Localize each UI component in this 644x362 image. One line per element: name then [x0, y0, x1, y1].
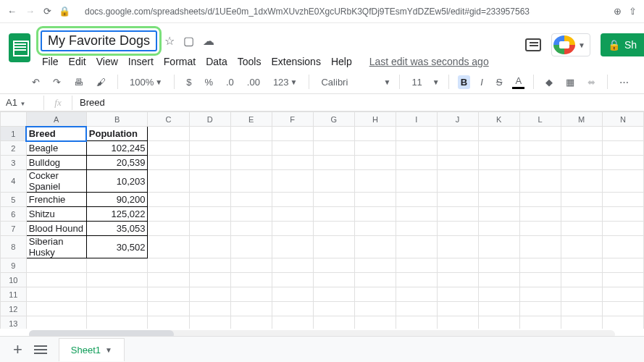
more-toolbar-icon[interactable]: ⋯: [616, 75, 632, 89]
borders-button[interactable]: ▦: [563, 75, 577, 89]
col-header[interactable]: B: [86, 112, 148, 127]
cell[interactable]: [519, 302, 561, 316]
cell[interactable]: [602, 127, 643, 141]
star-icon[interactable]: ☆: [164, 34, 175, 48]
cell[interactable]: [519, 141, 561, 156]
sheet-tab[interactable]: Sheet1 ▼: [59, 338, 125, 361]
cell[interactable]: [230, 236, 272, 258]
cell[interactable]: [437, 193, 478, 207]
cell[interactable]: [561, 222, 602, 236]
cell[interactable]: [148, 302, 189, 316]
formula-input[interactable]: Breed: [72, 96, 112, 109]
strikethrough-button[interactable]: S: [493, 75, 506, 89]
cell[interactable]: [189, 236, 230, 258]
cell[interactable]: [230, 170, 272, 193]
row-header[interactable]: 13: [1, 316, 27, 329]
row-header[interactable]: 7: [1, 222, 27, 236]
cell[interactable]: [26, 287, 86, 302]
cell[interactable]: [148, 127, 189, 141]
cell[interactable]: [313, 236, 354, 258]
cell[interactable]: [396, 170, 438, 193]
cell[interactable]: [561, 127, 602, 141]
cell[interactable]: [561, 156, 602, 170]
cell[interactable]: [26, 316, 86, 329]
cell[interactable]: Cocker Spaniel: [26, 170, 86, 193]
cell[interactable]: [272, 141, 313, 156]
menu-data[interactable]: Data: [206, 56, 227, 67]
cell[interactable]: [396, 141, 438, 156]
font-family-select[interactable]: Calibri: [318, 75, 376, 89]
last-edit-link[interactable]: Last edit was seconds ago: [369, 56, 489, 67]
cell[interactable]: [478, 127, 519, 141]
cell[interactable]: [602, 222, 643, 236]
cell[interactable]: [478, 316, 519, 329]
cell[interactable]: [354, 127, 396, 141]
row-header[interactable]: 9: [1, 258, 27, 273]
cell[interactable]: 35,053: [86, 222, 148, 236]
cell[interactable]: [396, 156, 438, 170]
cell[interactable]: [272, 287, 313, 302]
cell[interactable]: [272, 302, 313, 316]
cell[interactable]: [26, 258, 86, 273]
print-icon[interactable]: 🖶: [71, 75, 86, 89]
cell[interactable]: [519, 156, 561, 170]
row-header[interactable]: 12: [1, 302, 27, 316]
cell[interactable]: [561, 316, 602, 329]
cell[interactable]: [519, 170, 561, 193]
cell[interactable]: [396, 207, 438, 222]
cell[interactable]: [478, 170, 519, 193]
cell[interactable]: [189, 156, 230, 170]
col-header[interactable]: J: [437, 112, 478, 127]
cell[interactable]: [230, 193, 272, 207]
cell[interactable]: [26, 273, 86, 287]
col-header[interactable]: D: [189, 112, 230, 127]
cell[interactable]: [354, 141, 396, 156]
cell[interactable]: [148, 170, 189, 193]
cell[interactable]: [561, 141, 602, 156]
col-header[interactable]: A: [26, 112, 86, 127]
cell[interactable]: [272, 316, 313, 329]
cell[interactable]: [354, 193, 396, 207]
cell[interactable]: [313, 193, 354, 207]
cell[interactable]: [519, 207, 561, 222]
row-header[interactable]: 11: [1, 287, 27, 302]
select-all-corner[interactable]: [1, 112, 27, 127]
cell[interactable]: [230, 222, 272, 236]
cell[interactable]: [272, 127, 313, 141]
cell[interactable]: [148, 156, 189, 170]
fill-color-button[interactable]: ◆: [543, 75, 556, 89]
cell[interactable]: [561, 170, 602, 193]
cell[interactable]: [602, 236, 643, 258]
cell[interactable]: [561, 273, 602, 287]
cell[interactable]: [86, 258, 148, 273]
cell[interactable]: [396, 222, 438, 236]
cell[interactable]: [230, 287, 272, 302]
cell[interactable]: [396, 273, 438, 287]
cell[interactable]: Bulldog: [26, 156, 86, 170]
cell[interactable]: [230, 258, 272, 273]
cell[interactable]: [519, 258, 561, 273]
forward-icon[interactable]: →: [25, 6, 35, 17]
col-header[interactable]: H: [354, 112, 396, 127]
cell[interactable]: [561, 207, 602, 222]
cell[interactable]: [519, 287, 561, 302]
cell[interactable]: [272, 156, 313, 170]
menu-extensions[interactable]: Extensions: [271, 56, 320, 67]
cell[interactable]: [148, 207, 189, 222]
cell[interactable]: [437, 156, 478, 170]
menu-tools[interactable]: Tools: [238, 56, 262, 67]
cell[interactable]: [602, 316, 643, 329]
cell[interactable]: [148, 287, 189, 302]
font-size-select[interactable]: 11: [409, 75, 425, 89]
cell[interactable]: [437, 127, 478, 141]
col-header[interactable]: M: [561, 112, 602, 127]
address-bar[interactable]: docs.google.com/spreadsheets/d/1UEe0m_1d…: [80, 7, 606, 17]
document-title-input[interactable]: My Favorite Dogs: [41, 30, 157, 51]
merge-button[interactable]: ⬌: [585, 75, 598, 89]
cell[interactable]: 10,203: [86, 170, 148, 193]
menu-view[interactable]: View: [96, 56, 118, 67]
cell[interactable]: [354, 302, 396, 316]
cell[interactable]: Blood Hound: [26, 222, 86, 236]
cell[interactable]: [272, 273, 313, 287]
redo-icon[interactable]: ↷: [50, 75, 64, 89]
